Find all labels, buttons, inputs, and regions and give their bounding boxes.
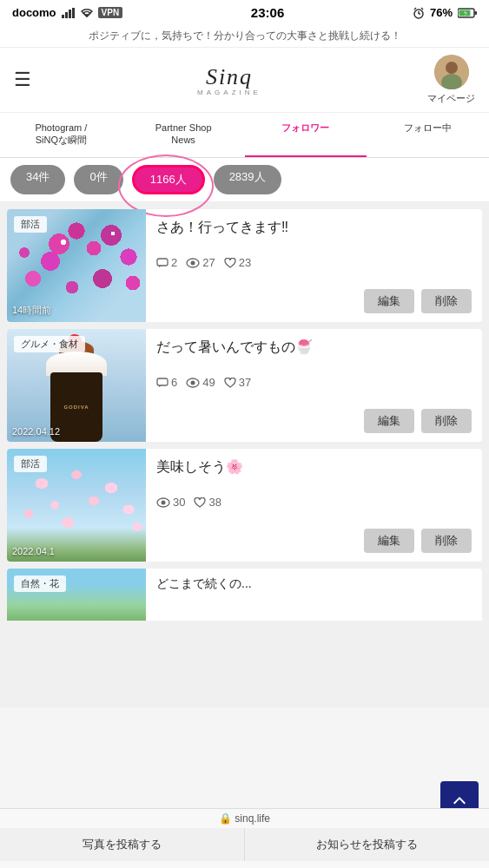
post-content-1: さあ！行ってきます‼ 2 27 23 編集 削除	[146, 209, 482, 322]
like-stat-3: 38	[194, 496, 221, 509]
post-card-3: 部活 2022.04.1 美味しそう🌸 30 38 編集 削除	[7, 449, 482, 562]
svg-point-20	[162, 500, 166, 504]
wifi-icon	[81, 8, 93, 18]
banner-text: ポジティブに，気持ちで！分かり合っての大事さと挑戦し続ける！	[89, 30, 401, 42]
svg-rect-3	[72, 8, 75, 18]
follower-circle-wrap: 1166人	[132, 165, 205, 194]
eye-icon	[186, 258, 200, 268]
svg-point-15	[191, 260, 195, 265]
carrier-label: docomo	[12, 6, 56, 19]
post-content-4-partial: どこまで続くの...	[146, 569, 482, 621]
tabs-container: Photogram /SiNQな瞬間 Partner ShopNews フォロワ…	[0, 113, 489, 158]
heart-icon	[224, 258, 236, 268]
post-category-3: 部活	[14, 456, 47, 472]
cup-label: GODIVA	[63, 404, 89, 410]
post-stats-1: 2 27 23	[156, 256, 472, 269]
logo: Sinq MAGAZINE	[197, 64, 261, 96]
post-title-2: だって暑いんですもの🍧	[156, 338, 472, 357]
post-actions-2: 編集 削除	[156, 409, 472, 433]
tab-followers[interactable]: フォロワー	[245, 113, 367, 157]
counts-row: 34件 0件 1166人 2839人	[0, 158, 489, 202]
eye-icon-3	[156, 497, 170, 508]
tab-photogram[interactable]: Photogram /SiNQな瞬間	[0, 113, 122, 157]
chevron-up-icon	[451, 792, 468, 809]
delete-button-1[interactable]: 削除	[421, 289, 472, 313]
comment-icon-2	[156, 378, 169, 388]
svg-rect-8	[475, 11, 478, 15]
status-right: 76%	[413, 6, 477, 19]
edit-button-2[interactable]: 編集	[364, 409, 414, 433]
view-stat-3: 30	[156, 496, 185, 509]
post-thumb-3: 部活 2022.04.1	[7, 449, 146, 562]
view-stat-1: 27	[186, 256, 215, 269]
hamburger-menu-icon[interactable]: ☰	[14, 69, 31, 91]
count-partner[interactable]: 0件	[74, 165, 122, 194]
status-left: docomo VPN	[12, 6, 122, 19]
svg-rect-1	[65, 12, 68, 18]
vpn-label: VPN	[98, 7, 123, 18]
battery-label: 76%	[430, 6, 453, 19]
like-stat-2: 37	[224, 376, 251, 389]
domain-bar: 🔒 sinq.life	[0, 812, 489, 825]
post-thumb-4: 自然・花	[7, 569, 146, 621]
bottom-bar: 🔒 sinq.life 写真を投稿する お知らせを投稿する	[0, 808, 489, 868]
post-content-2: だって暑いんですもの🍧 6 49 37 編集 削除	[146, 329, 482, 442]
edit-button-3[interactable]: 編集	[364, 529, 414, 553]
post-title-1: さあ！行ってきます‼	[156, 218, 472, 237]
battery-icon	[458, 8, 477, 18]
comment-stat-1: 2	[156, 256, 177, 269]
comment-stat-2: 6	[156, 376, 177, 389]
count-following[interactable]: 2839人	[214, 165, 281, 194]
post-card-2: グルメ・食材 2022.04.12 GODIVA だって暑いんですもの🍧 6	[7, 329, 482, 442]
magazine-text: MAGAZINE	[197, 89, 261, 96]
post-content-3: 美味しそう🌸 30 38 編集 削除	[146, 449, 482, 562]
signal-icon	[62, 8, 76, 18]
logo-text: Sinq	[206, 64, 253, 90]
count-followers[interactable]: 1166人	[132, 165, 205, 194]
count-photogram[interactable]: 34件	[10, 165, 65, 194]
post-stats-2: 6 49 37	[156, 376, 472, 389]
status-bar: docomo VPN 23:06 76%	[0, 0, 489, 25]
post-thumb-2: グルメ・食材 2022.04.12 GODIVA	[7, 329, 146, 442]
delete-button-2[interactable]: 削除	[421, 409, 472, 433]
domain-label: sinq.life	[235, 812, 270, 825]
lock-icon: 🔒	[219, 812, 232, 825]
view-stat-2: 49	[186, 376, 215, 389]
svg-rect-13	[157, 259, 168, 266]
post-thumb-1: 部活 14時間前	[7, 209, 146, 322]
post-timestamp-1: 14時間前	[12, 304, 51, 317]
my-page-label: マイページ	[427, 92, 475, 105]
tab-partner-shop[interactable]: Partner ShopNews	[122, 113, 245, 157]
svg-point-11	[446, 62, 458, 74]
edit-button-1[interactable]: 編集	[364, 289, 414, 313]
post-stats-3: 30 38	[156, 496, 472, 509]
post-actions-1: 編集 削除	[156, 289, 472, 313]
svg-rect-16	[157, 378, 168, 385]
post-photo-button[interactable]: 写真を投稿する	[0, 828, 245, 861]
bottom-buttons: 写真を投稿する お知らせを投稿する	[0, 828, 489, 861]
post-actions-3: 編集 削除	[156, 529, 472, 553]
svg-rect-2	[69, 10, 71, 18]
alarm-icon	[413, 7, 425, 19]
post-title-3: 美味しそう🌸	[156, 457, 472, 477]
post-list: 部活 14時間前 さあ！行ってきます‼ 2 27 23 編集	[0, 202, 489, 707]
my-page-button[interactable]: マイページ	[427, 55, 475, 105]
post-category-4: 自然・花	[14, 575, 66, 592]
heart-icon-3	[194, 497, 206, 508]
svg-point-18	[191, 380, 195, 385]
time-label: 23:06	[251, 5, 284, 20]
like-stat-1: 23	[224, 256, 251, 269]
post-timestamp-2: 2022.04.12	[12, 426, 60, 437]
avatar	[434, 55, 469, 89]
post-card-1: 部活 14時間前 さあ！行ってきます‼ 2 27 23 編集	[7, 209, 482, 322]
post-news-button[interactable]: お知らせを投稿する	[245, 828, 489, 861]
heart-icon-2	[224, 378, 236, 388]
post-title-4: どこまで続くの...	[156, 575, 472, 593]
eye-icon-2	[186, 378, 200, 388]
tab-following[interactable]: フォロー中	[367, 113, 489, 157]
header: ☰ Sinq MAGAZINE マイページ	[0, 48, 489, 113]
delete-button-3[interactable]: 削除	[421, 529, 472, 553]
top-banner: ポジティブに，気持ちで！分かり合っての大事さと挑戦し続ける！	[0, 25, 489, 48]
svg-rect-0	[62, 15, 64, 18]
post-timestamp-3: 2022.04.1	[12, 546, 55, 556]
